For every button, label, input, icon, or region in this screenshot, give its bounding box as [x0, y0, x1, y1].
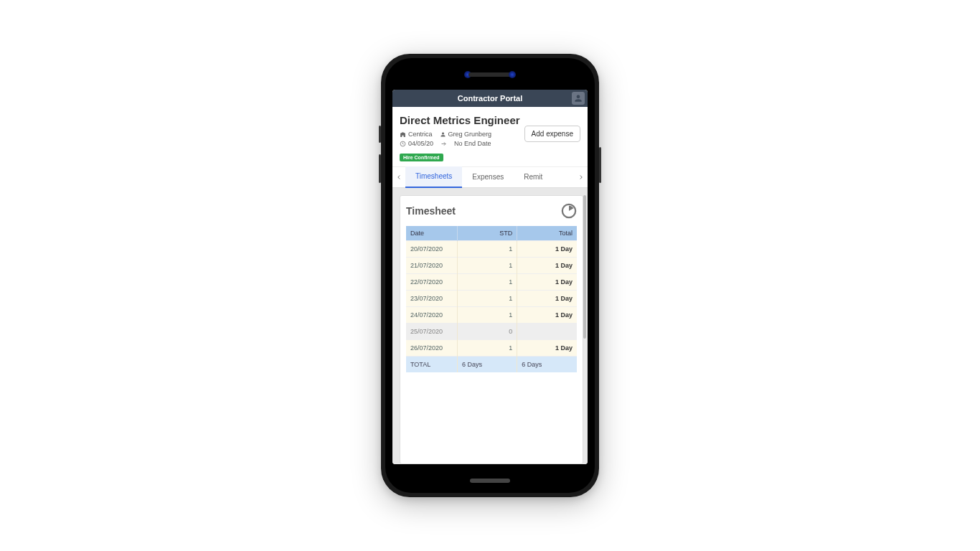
cell-total: 1 Day — [517, 274, 577, 291]
job-title: Direct Metrics Engineer — [400, 114, 580, 126]
total-std: 6 Days — [457, 357, 517, 373]
cell-std: 0 — [457, 324, 517, 340]
scrollbar-thumb[interactable] — [583, 195, 586, 339]
job-header: Direct Metrics Engineer Add expense Cent… — [392, 107, 588, 166]
job-contractor: Greg Grunberg — [440, 131, 492, 138]
cell-total: 1 Day — [517, 340, 577, 357]
tab-scroll-left[interactable] — [392, 172, 405, 183]
phone-home-indicator — [470, 479, 510, 483]
table-row[interactable]: 21/07/202011 Day — [406, 258, 577, 274]
phone-speaker — [468, 72, 512, 77]
phone-camera-icon — [509, 71, 516, 78]
phone-side-button — [379, 154, 381, 183]
clock-icon — [400, 141, 406, 147]
chevron-left-icon — [395, 174, 402, 181]
phone-frame: Contractor Portal Direct Metrics Enginee… — [381, 54, 599, 497]
timer-icon[interactable] — [561, 203, 577, 219]
table-row[interactable]: 23/07/202011 Day — [406, 291, 577, 307]
table-row[interactable]: 20/07/202011 Day — [406, 241, 577, 258]
chevron-right-icon — [578, 174, 585, 181]
cell-date: 25/07/2020 — [406, 324, 457, 340]
add-expense-button[interactable]: Add expense — [524, 126, 580, 142]
app-header: Contractor Portal — [392, 90, 588, 107]
app-screen: Contractor Portal Direct Metrics Enginee… — [392, 90, 588, 464]
cell-date: 26/07/2020 — [406, 340, 457, 357]
timesheet-card-title: Timesheet — [406, 205, 456, 217]
scrollbar[interactable] — [583, 195, 586, 382]
person-icon — [440, 131, 446, 138]
arrow-right-icon — [440, 141, 447, 147]
table-row[interactable]: 22/07/202011 Day — [406, 274, 577, 291]
status-badge: Hire Confirmed — [400, 154, 443, 161]
table-header-row: Date STD Total — [406, 226, 577, 241]
tab-expenses[interactable]: Expenses — [462, 166, 514, 188]
table-row[interactable]: 25/07/20200 — [406, 324, 577, 340]
tab-bar: TimesheetsExpensesRemit — [392, 166, 588, 188]
cell-total: 1 Day — [517, 307, 577, 324]
cell-total: 1 Day — [517, 291, 577, 307]
cell-std: 1 — [457, 258, 517, 274]
total-label: TOTAL — [406, 357, 457, 373]
cell-total — [517, 324, 577, 340]
building-icon — [400, 131, 406, 138]
tab-remit[interactable]: Remit — [514, 166, 552, 188]
tab-scroll-right[interactable] — [575, 172, 588, 183]
table-total-row: TOTAL 6 Days 6 Days — [406, 357, 577, 373]
job-start-date: 04/05/20 — [400, 140, 433, 147]
table-row[interactable]: 26/07/202011 Day — [406, 340, 577, 357]
total-total: 6 Days — [517, 357, 577, 373]
cell-std: 1 — [457, 307, 517, 324]
cell-date: 20/07/2020 — [406, 241, 457, 258]
cell-std: 1 — [457, 291, 517, 307]
phone-side-button — [379, 126, 381, 143]
job-end-date: No End Date — [454, 140, 491, 147]
timesheet-table: Date STD Total 20/07/202011 Day21/07/202… — [406, 226, 577, 372]
cell-total: 1 Day — [517, 258, 577, 274]
profile-button[interactable] — [572, 92, 585, 105]
cell-std: 1 — [457, 340, 517, 357]
app-title: Contractor Portal — [458, 94, 522, 103]
content-area: Timesheet Date STD Total — [392, 188, 588, 464]
col-date: Date — [406, 226, 457, 241]
cell-date: 23/07/2020 — [406, 291, 457, 307]
date-arrow — [440, 141, 447, 147]
tab-timesheets[interactable]: Timesheets — [405, 166, 462, 188]
col-std: STD — [457, 226, 517, 241]
timesheet-card: Timesheet Date STD Total — [400, 195, 583, 464]
cell-total: 1 Day — [517, 241, 577, 258]
job-company: Centrica — [400, 131, 433, 138]
cell-date: 24/07/2020 — [406, 307, 457, 324]
phone-side-button — [599, 147, 601, 183]
cell-std: 1 — [457, 274, 517, 291]
phone-body: Contractor Portal Direct Metrics Enginee… — [385, 58, 595, 493]
cell-date: 22/07/2020 — [406, 274, 457, 291]
cell-std: 1 — [457, 241, 517, 258]
cell-date: 21/07/2020 — [406, 258, 457, 274]
col-total: Total — [517, 226, 577, 241]
table-row[interactable]: 24/07/202011 Day — [406, 307, 577, 324]
person-icon — [573, 93, 583, 103]
